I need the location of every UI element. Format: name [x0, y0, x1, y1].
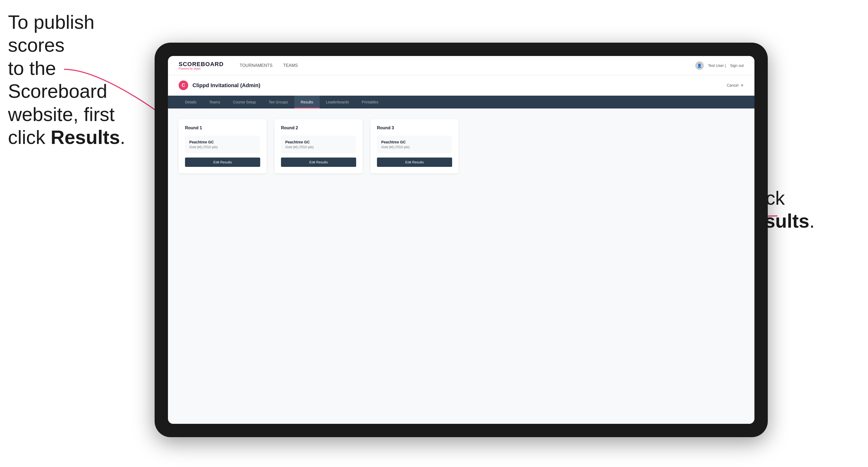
round-3-course-card: Peachtree GC Gold (M) (7010 yds): [377, 136, 452, 153]
nav-sign-out[interactable]: Sign out: [730, 63, 744, 68]
nav-links: TOURNAMENTS TEAMS: [240, 62, 695, 69]
tab-printables[interactable]: Printables: [355, 96, 385, 108]
round-3-title: Round 3: [377, 126, 452, 130]
round-1-title: Round 1: [185, 126, 260, 130]
round-2-course-name: Peachtree GC: [285, 140, 352, 144]
content-area: C Clippd Invitational (Admin) Cancel ✕ D…: [168, 75, 754, 424]
tablet-device: SCOREBOARD Powered by clippd TOURNAMENTS…: [155, 43, 768, 437]
round-1-course-card: Peachtree GC Gold (M) (7010 yds): [185, 136, 260, 153]
cancel-button[interactable]: Cancel ✕: [727, 83, 744, 87]
round-3-edit-results-button[interactable]: Edit Results: [377, 158, 452, 167]
round-2-title: Round 2: [281, 126, 356, 130]
cancel-label: Cancel: [727, 83, 738, 87]
instruction-line1: To publish scores: [8, 11, 94, 56]
round-1-course-name: Peachtree GC: [189, 140, 256, 144]
tournament-icon: C: [182, 83, 185, 88]
instruction-line2: to the Scoreboard: [8, 58, 107, 102]
instruction-results-bold: Results: [51, 127, 120, 148]
round-3-card: Round 3 Peachtree GC Gold (M) (7010 yds)…: [371, 119, 459, 173]
round-3-course-name: Peachtree GC: [381, 140, 448, 144]
tab-teams[interactable]: Teams: [203, 96, 226, 108]
user-avatar: 👤: [695, 61, 704, 70]
nav-user-name: Test User |: [708, 63, 726, 68]
round-2-edit-results-button[interactable]: Edit Results: [281, 158, 356, 167]
tournament-header: C Clippd Invitational (Admin) Cancel ✕: [168, 75, 754, 96]
tab-course-setup[interactable]: Course Setup: [226, 96, 262, 108]
nav-right-area: 👤 Test User | Sign out: [695, 61, 744, 70]
top-navigation: SCOREBOARD Powered by clippd TOURNAMENTS…: [168, 56, 754, 75]
tab-tee-groups[interactable]: Tee Groups: [262, 96, 294, 108]
tab-leaderboards[interactable]: Leaderboards: [320, 96, 355, 108]
tab-navigation: Details Teams Course Setup Tee Groups Re…: [168, 96, 754, 108]
rounds-area: Round 1 Peachtree GC Gold (M) (7010 yds)…: [168, 108, 754, 184]
round-3-course-details: Gold (M) (7010 yds): [381, 145, 448, 149]
nav-tournaments[interactable]: TOURNAMENTS: [240, 62, 273, 69]
nav-teams[interactable]: TEAMS: [283, 62, 298, 69]
instruction-line4-suffix: .: [120, 127, 125, 148]
scoreboard-logo: SCOREBOARD Powered by clippd: [179, 61, 224, 70]
logo-main-text: SCOREBOARD: [179, 61, 224, 68]
round-2-card: Round 2 Peachtree GC Gold (M) (7010 yds)…: [275, 119, 363, 173]
round-1-card: Round 1 Peachtree GC Gold (M) (7010 yds)…: [179, 119, 267, 173]
tournament-name: Clippd Invitational (Admin): [192, 82, 260, 89]
logo-sub-text: Powered by clippd: [179, 67, 224, 70]
round-1-course-details: Gold (M) (7010 yds): [189, 145, 256, 149]
avatar-icon: 👤: [697, 63, 702, 68]
instruction-right-suffix: .: [809, 210, 815, 231]
close-icon: ✕: [741, 83, 744, 87]
tab-results[interactable]: Results: [294, 96, 320, 108]
round-2-course-card: Peachtree GC Gold (M) (7010 yds): [281, 136, 356, 153]
tournament-logo: C: [179, 81, 188, 90]
instruction-line4-prefix: click: [8, 127, 51, 148]
tournament-title-row: C Clippd Invitational (Admin): [179, 81, 260, 90]
left-instruction: To publish scores to the Scoreboard webs…: [8, 11, 147, 149]
instruction-line3: website, first: [8, 104, 115, 125]
tablet-screen: SCOREBOARD Powered by clippd TOURNAMENTS…: [168, 56, 754, 424]
round-2-course-details: Gold (M) (7010 yds): [285, 145, 352, 149]
tab-details[interactable]: Details: [179, 96, 203, 108]
round-1-edit-results-button[interactable]: Edit Results: [185, 158, 260, 167]
